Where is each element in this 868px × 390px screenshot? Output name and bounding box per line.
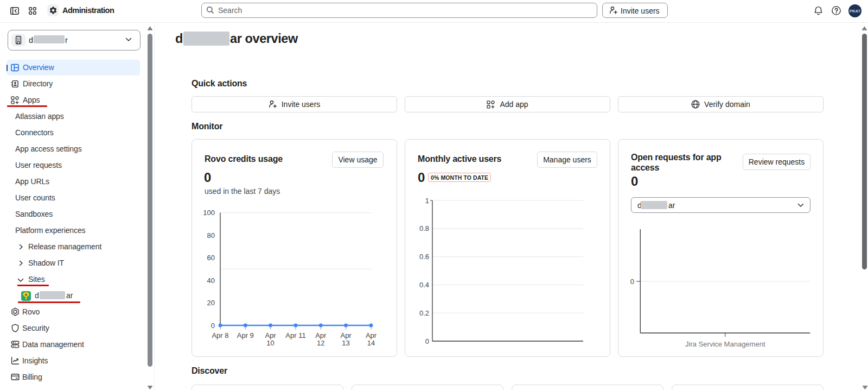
svg-text:13: 13 <box>342 339 349 347</box>
svg-text:40: 40 <box>207 276 215 285</box>
svg-text:Apr 8: Apr 8 <box>212 331 228 339</box>
svg-text:0.6: 0.6 <box>419 253 429 261</box>
svg-text:80: 80 <box>207 231 215 240</box>
svg-text:0: 0 <box>630 278 634 286</box>
svg-text:0.8: 0.8 <box>419 224 429 232</box>
svg-text:1: 1 <box>425 197 429 205</box>
svg-text:Apr: Apr <box>315 331 327 339</box>
svg-text:100: 100 <box>203 209 215 217</box>
svg-text:Apr: Apr <box>366 331 377 339</box>
svg-text:Jira Service Management: Jira Service Management <box>685 340 765 348</box>
svg-text:10: 10 <box>266 339 274 347</box>
svg-text:Apr: Apr <box>265 331 276 339</box>
svg-text:20: 20 <box>207 299 215 307</box>
svg-text:0: 0 <box>211 322 215 330</box>
svg-text:Apr 9: Apr 9 <box>237 331 254 339</box>
svg-text:14: 14 <box>367 339 375 347</box>
svg-text:12: 12 <box>317 339 324 347</box>
svg-text:60: 60 <box>207 254 215 262</box>
svg-text:Apr 11: Apr 11 <box>285 331 305 339</box>
svg-text:0.4: 0.4 <box>419 281 429 289</box>
svg-text:Apr: Apr <box>340 331 352 339</box>
svg-text:0.2: 0.2 <box>419 309 429 317</box>
svg-text:0: 0 <box>425 337 429 345</box>
